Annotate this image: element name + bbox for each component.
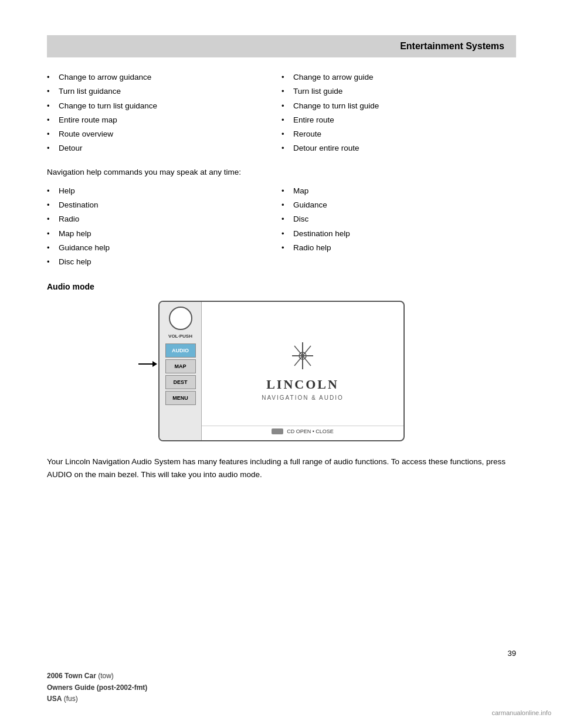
brand-name: LINCOLN xyxy=(266,377,339,392)
bullet-dot: • xyxy=(282,114,291,126)
bullet-dot: • xyxy=(282,86,291,97)
top-bullet-lists: •Change to arrow guidance•Turn list guid… xyxy=(47,72,516,157)
bullet-dot: • xyxy=(47,185,56,197)
page-number: 39 xyxy=(508,649,516,658)
bullet-dot: • xyxy=(47,242,56,254)
bullet-dot: • xyxy=(282,128,291,140)
brand-subtitle: NAVIGATION & AUDIO xyxy=(262,394,344,401)
list-item: •Route overview xyxy=(47,128,282,140)
list-item: •Destination xyxy=(47,199,282,211)
list-item: •Entire route xyxy=(282,114,516,126)
list-item: •Guidance help xyxy=(47,242,282,254)
menu-button[interactable]: MENU xyxy=(165,391,196,405)
footer-line2-bold: Owners Guide (post-2002-fmt) xyxy=(47,683,147,692)
list-item-text: Reroute xyxy=(293,128,321,140)
bullet-dot: • xyxy=(47,128,56,140)
list-item: •Radio xyxy=(47,213,282,225)
list-item: •Reroute xyxy=(282,128,516,140)
bullet-dot: • xyxy=(47,256,56,268)
footer-line3-normal: (fus) xyxy=(62,695,77,703)
list-item-text: Change to turn list guidance xyxy=(59,100,157,112)
list-item: •Detour xyxy=(47,142,282,154)
nav-help-line: Navigation help commands you may speak a… xyxy=(47,166,516,178)
bullet-dot: • xyxy=(47,199,56,211)
list-item-text: Turn list guide xyxy=(293,86,342,97)
list-item: •Turn list guidance xyxy=(47,86,282,97)
bullet-dot: • xyxy=(47,72,56,83)
bullet-dot: • xyxy=(282,72,291,83)
list-item: •Disc help xyxy=(47,256,282,268)
cd-icon xyxy=(272,428,283,434)
list-item-text: Destination help xyxy=(293,228,350,240)
list-item-text: Change to turn list guide xyxy=(293,100,379,112)
list-item-text: Disc help xyxy=(59,256,91,268)
bullet-dot: • xyxy=(47,213,56,225)
audio-paragraph: Your Lincoln Navigation Audio System has… xyxy=(47,455,516,481)
list-item-text: Help xyxy=(59,185,75,197)
list-item: •Change to turn list guide xyxy=(282,100,516,112)
bullet-dot: • xyxy=(282,228,291,240)
bullet-dot: • xyxy=(47,100,56,112)
list-item: •Destination help xyxy=(282,228,516,240)
vol-knob[interactable] xyxy=(169,307,192,330)
list-item-text: Entire route xyxy=(293,114,334,126)
list-item-text: Disc xyxy=(293,213,308,225)
footer-line3: USA (fus) xyxy=(47,693,147,705)
cd-label: CD OPEN • CLOSE xyxy=(287,428,334,434)
footer-line3-bold: USA xyxy=(47,695,62,703)
arrow-pointer xyxy=(138,361,157,367)
list-item: •Change to turn list guidance xyxy=(47,100,282,112)
bullet-dot: • xyxy=(282,185,291,197)
list-item-text: Guidance xyxy=(293,199,327,211)
list-item: •Radio help xyxy=(282,242,516,254)
footer-line1-normal: (tow) xyxy=(96,672,114,680)
list-item-text: Detour xyxy=(59,142,83,154)
footer-line1: 2006 Town Car (tow) xyxy=(47,671,147,682)
header-title: Entertainment Systems xyxy=(400,41,504,51)
list-item: •Disc xyxy=(282,213,516,225)
audio-mode-heading: Audio mode xyxy=(47,282,516,291)
bullet-dot: • xyxy=(282,213,291,225)
bullet-dot: • xyxy=(47,228,56,240)
list-item: •Help xyxy=(47,185,282,197)
lincoln-logo xyxy=(291,341,314,372)
device-main: LINCOLN NAVIGATION & AUDIO CD OPEN • CLO… xyxy=(202,302,403,440)
vol-label: VOL·PUSH xyxy=(168,334,192,339)
footer-line2: Owners Guide (post-2002-fmt) xyxy=(47,682,147,693)
list-item-text: Change to arrow guide xyxy=(293,72,374,83)
list-item-text: Radio xyxy=(59,213,79,225)
device-frame: VOL·PUSH AUDIO MAP DEST MENU xyxy=(158,301,405,441)
bullet-dot: • xyxy=(282,199,291,211)
list-item-text: Route overview xyxy=(59,128,113,140)
bullet-dot: • xyxy=(47,114,56,126)
bullet-dot: • xyxy=(47,86,56,97)
footer-line1-bold: 2006 Town Car xyxy=(47,672,96,680)
list-item: •Entire route map xyxy=(47,114,282,126)
header-banner: Entertainment Systems xyxy=(47,35,516,57)
device-wrapper: VOL·PUSH AUDIO MAP DEST MENU xyxy=(158,301,405,441)
nav-bullet-lists: •Help•Destination•Radio•Map help•Guidanc… xyxy=(47,185,516,271)
list-item-text: Map xyxy=(293,185,308,197)
dest-button[interactable]: DEST xyxy=(165,375,196,389)
bullet-dot: • xyxy=(282,142,291,154)
device-image-container: VOL·PUSH AUDIO MAP DEST MENU xyxy=(47,301,516,441)
map-button[interactable]: MAP xyxy=(165,359,196,373)
list-item-text: Turn list guidance xyxy=(59,86,121,97)
list-item-text: Radio help xyxy=(293,242,331,254)
bullet-dot: • xyxy=(282,242,291,254)
list-item: •Map xyxy=(282,185,516,197)
cd-bar: CD OPEN • CLOSE xyxy=(202,426,403,434)
bullet-dot: • xyxy=(47,142,56,154)
list-item-text: Detour entire route xyxy=(293,142,359,154)
list-item-text: Change to arrow guidance xyxy=(59,72,151,83)
list-item: •Change to arrow guide xyxy=(282,72,516,83)
top-left-col: •Change to arrow guidance•Turn list guid… xyxy=(47,72,282,157)
nav-right-col: •Map•Guidance•Disc•Destination help•Radi… xyxy=(282,185,516,271)
list-item: •Map help xyxy=(47,228,282,240)
list-item: •Turn list guide xyxy=(282,86,516,97)
watermark: carmanualonline.info xyxy=(491,709,551,716)
list-item-text: Destination xyxy=(59,199,99,211)
list-item-text: Guidance help xyxy=(59,242,110,254)
audio-button[interactable]: AUDIO xyxy=(165,343,196,358)
footer: 2006 Town Car (tow) Owners Guide (post-2… xyxy=(47,671,147,705)
